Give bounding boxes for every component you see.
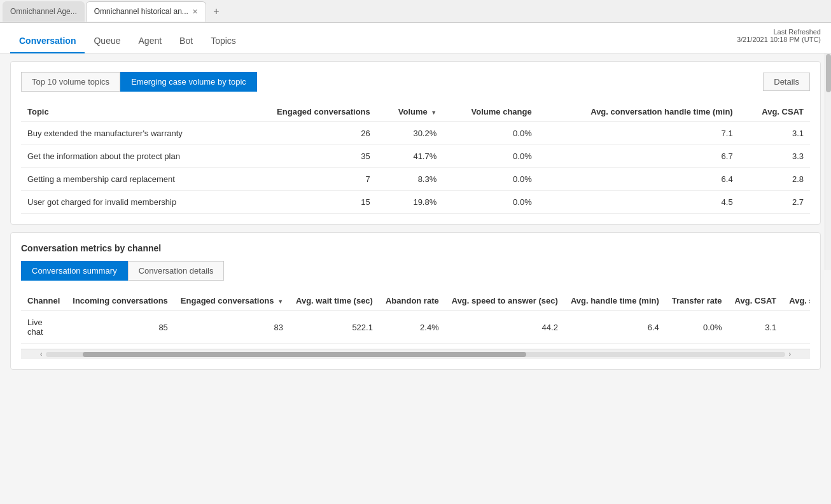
cell-engaged: 83 <box>174 311 290 344</box>
cell-abandon: 2.4% <box>379 311 445 344</box>
cell-avg-csat: 3.1 <box>729 311 783 344</box>
table-row: Live chat 85 83 522.1 2.4% 44.2 6.4 0.0%… <box>21 311 810 344</box>
col-avg-survey: Avg. survey se <box>783 291 810 311</box>
cell-vol-change: 0.0% <box>443 191 538 214</box>
col-incoming: Incoming conversations <box>66 291 174 311</box>
cell-avg-csat: 2.7 <box>739 191 810 214</box>
metrics-card: Conversation metrics by channel Conversa… <box>10 232 821 370</box>
col-avg-csat: Avg. CSAT <box>739 102 810 122</box>
nav-item-topics[interactable]: Topics <box>202 28 245 53</box>
scroll-track <box>46 352 785 357</box>
cell-avg-csat: 3.1 <box>739 122 810 145</box>
nav-item-queue[interactable]: Queue <box>85 28 129 53</box>
main-content: Top 10 volume topics Emerging case volum… <box>0 53 831 504</box>
col-volume-change: Volume change <box>443 102 538 122</box>
sort-icon-engaged: ▼ <box>277 298 283 305</box>
col-avg-handle-m: Avg. handle time (min) <box>564 291 666 311</box>
cell-volume: 30.2% <box>377 122 443 145</box>
navbar: Conversation Queue Agent Bot Topics Last… <box>0 23 831 53</box>
tab-label: Omnichannel Age... <box>10 7 77 16</box>
tab-emerging-case[interactable]: Emerging case volume by topic <box>120 72 257 92</box>
details-button[interactable]: Details <box>763 73 810 91</box>
nav-item-bot[interactable]: Bot <box>171 28 202 53</box>
cell-avg-handle: 6.4 <box>538 168 739 191</box>
col-avg-wait: Avg. wait time (sec) <box>290 291 379 311</box>
table-row: Buy extended the manufacturer's warranty… <box>21 122 810 145</box>
scroll-thumb <box>83 352 526 357</box>
col-channel: Channel <box>21 291 66 311</box>
cell-topic: Getting a membership card replacement <box>21 168 239 191</box>
cell-incoming: 85 <box>66 311 174 344</box>
table-row: User got charged for invalid membership … <box>21 191 810 214</box>
last-refreshed-value: 3/21/2021 10:18 PM (UTC) <box>737 36 821 43</box>
nav-item-agent[interactable]: Agent <box>130 28 171 53</box>
table-row: Getting a membership card replacement 7 … <box>21 168 810 191</box>
col-transfer: Transfer rate <box>666 291 729 311</box>
cell-topic: Get the information about the protect pl… <box>21 145 239 168</box>
col-avg-handle: Avg. conversation handle time (min) <box>538 102 739 122</box>
summary-tabs: Conversation summary Conversation detail… <box>21 261 810 281</box>
cell-avg-handle: 4.5 <box>538 191 739 214</box>
cell-engaged: 26 <box>239 122 376 145</box>
metrics-table: Channel Incoming conversations Engaged c… <box>21 291 810 344</box>
tab-add-button[interactable]: + <box>207 3 225 20</box>
tab-label-active: Omnichannel historical an... <box>94 7 188 16</box>
cell-avg-handle: 6.7 <box>538 145 739 168</box>
cell-volume: 8.3% <box>377 168 443 191</box>
tab-omnichannel-age[interactable]: Omnichannel Age... <box>3 1 85 22</box>
scroll-left-arrow[interactable]: ‹ <box>36 351 46 358</box>
cell-avg-csat: 2.8 <box>739 168 810 191</box>
metrics-section-title: Conversation metrics by channel <box>21 243 810 253</box>
cell-engaged: 35 <box>239 145 376 168</box>
tab-top10-volume[interactable]: Top 10 volume topics <box>21 72 120 92</box>
cell-avg-survey <box>783 311 810 344</box>
cell-channel: Live chat <box>21 311 66 344</box>
tab-omnichannel-historical[interactable]: Omnichannel historical an... ✕ <box>86 1 206 22</box>
col-engaged[interactable]: Engaged conversations ▼ <box>174 291 290 311</box>
col-engaged-conv: Engaged conversations <box>239 102 376 122</box>
tab-close-icon[interactable]: ✕ <box>192 8 198 16</box>
tab-conversation-details[interactable]: Conversation details <box>128 261 225 281</box>
last-refreshed: Last Refreshed 3/21/2021 10:18 PM (UTC) <box>737 28 821 43</box>
last-refreshed-label: Last Refreshed <box>737 28 821 36</box>
cell-topic: User got charged for invalid membership <box>21 191 239 214</box>
col-volume[interactable]: Volume ▼ <box>377 102 443 122</box>
cell-avg-handle: 6.4 <box>564 311 666 344</box>
topics-table: Topic Engaged conversations Volume ▼ Vol… <box>21 102 810 214</box>
topics-card: Top 10 volume topics Emerging case volum… <box>10 61 821 225</box>
metrics-table-scroll[interactable]: Channel Incoming conversations Engaged c… <box>21 291 810 344</box>
cell-volume: 41.7% <box>377 145 443 168</box>
col-avg-speed: Avg. speed to answer (sec) <box>445 291 564 311</box>
scroll-right-arrow[interactable]: › <box>785 351 795 358</box>
tab-conversation-summary[interactable]: Conversation summary <box>21 261 128 281</box>
cell-avg-handle: 7.1 <box>538 122 739 145</box>
cell-transfer: 0.0% <box>666 311 729 344</box>
horizontal-scrollbar[interactable]: ‹ › <box>21 349 810 359</box>
right-scroll-thumb <box>826 54 831 92</box>
cell-vol-change: 0.0% <box>443 168 538 191</box>
sort-icon-volume: ▼ <box>431 109 436 116</box>
topic-tabs: Top 10 volume topics Emerging case volum… <box>21 72 810 92</box>
col-avg-csat-m: Avg. CSAT <box>729 291 783 311</box>
col-topic: Topic <box>21 102 239 122</box>
right-scrollbar[interactable] <box>825 53 831 270</box>
cell-engaged: 7 <box>239 168 376 191</box>
cell-avg-csat: 3.3 <box>739 145 810 168</box>
cell-avg-speed: 44.2 <box>445 311 564 344</box>
col-abandon: Abandon rate <box>379 291 445 311</box>
cell-topic: Buy extended the manufacturer's warranty <box>21 122 239 145</box>
cell-avg-wait: 522.1 <box>290 311 379 344</box>
nav-item-conversation[interactable]: Conversation <box>10 28 85 53</box>
cell-vol-change: 0.0% <box>443 145 538 168</box>
table-row: Get the information about the protect pl… <box>21 145 810 168</box>
cell-vol-change: 0.0% <box>443 122 538 145</box>
browser-tab-bar: Omnichannel Age... Omnichannel historica… <box>0 0 831 23</box>
cell-engaged: 15 <box>239 191 376 214</box>
cell-volume: 19.8% <box>377 191 443 214</box>
